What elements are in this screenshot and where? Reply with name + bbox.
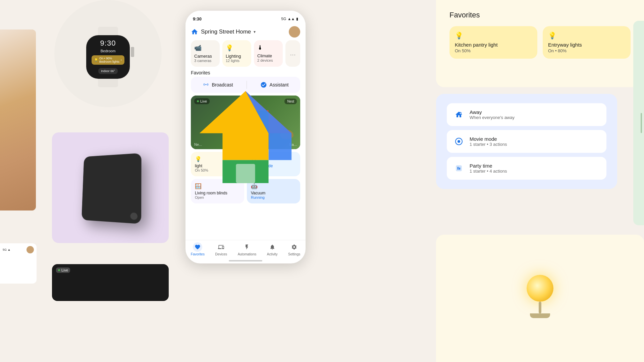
- lamp-neck: [539, 302, 541, 313]
- watch-light-status: On • 90%: [99, 57, 119, 60]
- party-auto-icon: [453, 162, 465, 174]
- light-fav-icon: 💡: [195, 156, 240, 162]
- live-label: Live: [200, 99, 207, 103]
- user-avatar[interactable]: [289, 26, 300, 38]
- lamp-base: [530, 313, 550, 318]
- category-cameras[interactable]: 📹 Cameras 3 cameras: [191, 40, 220, 67]
- fav-tile-light[interactable]: 💡 light On 50%: [191, 152, 244, 176]
- entryway-light-card[interactable]: 💡 Entryway lights On • 80%: [543, 26, 631, 59]
- away-sub: When everyone's away: [470, 115, 515, 120]
- vacuum-name: Vacuum: [251, 191, 296, 195]
- chevron-icon: ▾: [254, 29, 256, 34]
- fav-light-status: On 50%: [195, 168, 240, 172]
- party-name: Party time: [470, 163, 507, 169]
- category-lighting[interactable]: 💡 Lighting 12 lights: [222, 40, 251, 67]
- fav-light-name: light: [195, 164, 240, 168]
- favorites-top-section: Favorites 💡 Kitchen pantry light On 50% …: [436, 0, 644, 87]
- automations-nav-icon: [242, 242, 252, 252]
- lighting-sub: 12 lights: [226, 59, 248, 63]
- favorites-right-header: Favorites: [449, 11, 631, 19]
- phone-time: 9:30: [193, 16, 202, 21]
- cameras-sub: 3 cameras: [194, 59, 216, 63]
- broadcast-assistant-row: Broadcast Assistant: [191, 77, 300, 93]
- away-text: Away When everyone's away: [470, 109, 515, 120]
- right-panel: Favorites 💡 Kitchen pantry light On 50% …: [429, 0, 644, 362]
- favorites-section-label: Favorites: [185, 67, 306, 77]
- watch-display: 9:30 Bedroom 💡 On • 90% Bedroom lights ›…: [54, 0, 162, 107]
- party-text: Party time 1 starter • 4 actions: [470, 163, 507, 174]
- favorites-nav-icon: [193, 242, 202, 252]
- movie-auto-text: Movie mode 1 starter • 3 actions: [470, 136, 507, 147]
- nav-activity-label: Activity: [267, 252, 278, 256]
- assistant-icon: [260, 81, 267, 88]
- nest-device: [82, 153, 142, 224]
- phone-header: Spring Street Home ▾: [185, 24, 306, 40]
- device-row: 🪟 Living room blinds Open 🤖 Vacuum Runni…: [185, 179, 306, 203]
- watch-light-card: 💡 On • 90% Bedroom lights ›: [92, 55, 124, 65]
- party-automation[interactable]: Party time 1 starter • 4 actions: [447, 157, 606, 180]
- phone-nav: Favorites Devices Automations Activity S…: [185, 240, 306, 259]
- kitchen-light-card[interactable]: 💡 Kitchen pantry light On 50%: [449, 26, 537, 59]
- live-badge-main: Live: [194, 98, 210, 104]
- broadcast-label: Broadcast: [212, 82, 233, 87]
- party-sub: 1 starter • 4 actions: [470, 169, 507, 174]
- nav-automations-label: Automations: [238, 252, 257, 256]
- lighting-name: Lighting: [226, 54, 248, 59]
- watch-room: Bedroom: [101, 49, 116, 53]
- nav-favorites-label: Favorites: [191, 252, 205, 256]
- cameras-icon: 📹: [194, 44, 216, 52]
- nav-automations[interactable]: Automations: [238, 242, 257, 256]
- blinds-icon: 🪟: [195, 183, 240, 189]
- kitchen-light-icon: 💡: [455, 32, 532, 40]
- phone-home-bar: [229, 260, 262, 261]
- mini-signal: 5G ▲: [3, 248, 10, 251]
- movie-automation[interactable]: Movie mode 1 starter • 3 actions: [447, 130, 606, 153]
- right-scroll-strip: [633, 21, 644, 225]
- mini-status-bar: 5G ▲: [3, 246, 34, 253]
- devices-nav-icon: [216, 242, 226, 252]
- category-more[interactable]: …: [285, 40, 300, 67]
- away-automation[interactable]: Away When everyone's away: [447, 103, 606, 126]
- assistant-button[interactable]: Assistant: [260, 81, 289, 88]
- nest-label: Nest: [284, 99, 297, 104]
- nav-favorites[interactable]: Favorites: [191, 242, 205, 256]
- movie-fav-icon: ✨: [251, 156, 296, 162]
- blinds-tile[interactable]: 🪟 Living room blinds Open: [191, 179, 244, 203]
- cameras-name: Cameras: [194, 54, 216, 59]
- vacuum-icon-area: 🤖: [251, 183, 296, 189]
- live-dot-main: [197, 100, 199, 102]
- live-footer: Ne... Ba...: [194, 142, 297, 146]
- broadcast-button[interactable]: Broadcast: [203, 81, 233, 88]
- nav-settings[interactable]: Settings: [288, 242, 300, 256]
- movie-mode-button[interactable]: Movie mode: [251, 164, 296, 168]
- watch-temp: Indoor 66°: [101, 69, 115, 73]
- nav-devices[interactable]: Devices: [215, 242, 227, 256]
- svg-rect-9: [458, 167, 459, 170]
- watch-strap-bottom: [98, 79, 118, 87]
- phone-mockup: 9:30 5G ▲▲ ▮ Spring Street Home ▾ 📹 Came…: [185, 11, 306, 263]
- category-row: 📹 Cameras 3 cameras 💡 Lighting 12 lights…: [185, 40, 306, 67]
- watch-body: 9:30 Bedroom 💡 On • 90% Bedroom lights ›…: [85, 27, 131, 80]
- fav-tile-movie[interactable]: ✨ Movie mode: [247, 152, 300, 176]
- blinds-name: Living room blinds: [195, 191, 240, 195]
- live-text-bottom: Live: [61, 268, 68, 272]
- phone-title-area[interactable]: Spring Street Home ▾: [191, 28, 256, 36]
- assistant-label: Assistant: [270, 82, 289, 87]
- live-badge-bottom: Live: [56, 267, 70, 273]
- entryway-light-name: Entryway lights: [548, 42, 625, 48]
- fav-tiles-row: 💡 light On 50% ✨ Movie mode: [185, 152, 306, 176]
- climate-icon: 🌡: [257, 44, 279, 51]
- watch-light-name: Bedroom lights: [99, 60, 119, 63]
- bottom-live-card: Live: [52, 264, 169, 301]
- person-image: [0, 29, 36, 210]
- category-climate[interactable]: 🌡 Climate 2 devices: [254, 40, 283, 67]
- live-camera-tile[interactable]: Live Nest Ne... Ba...: [191, 96, 300, 149]
- vacuum-tile[interactable]: 🤖 Vacuum Running: [247, 179, 300, 203]
- dog-silhouette: [280, 130, 293, 139]
- scroll-indicator: [641, 113, 642, 133]
- nest-button: [130, 213, 138, 220]
- entryway-light-icon: 💡: [548, 32, 625, 40]
- nav-activity[interactable]: Activity: [267, 242, 278, 256]
- watch-crown: [131, 47, 134, 57]
- movie-auto-icon: [453, 135, 465, 147]
